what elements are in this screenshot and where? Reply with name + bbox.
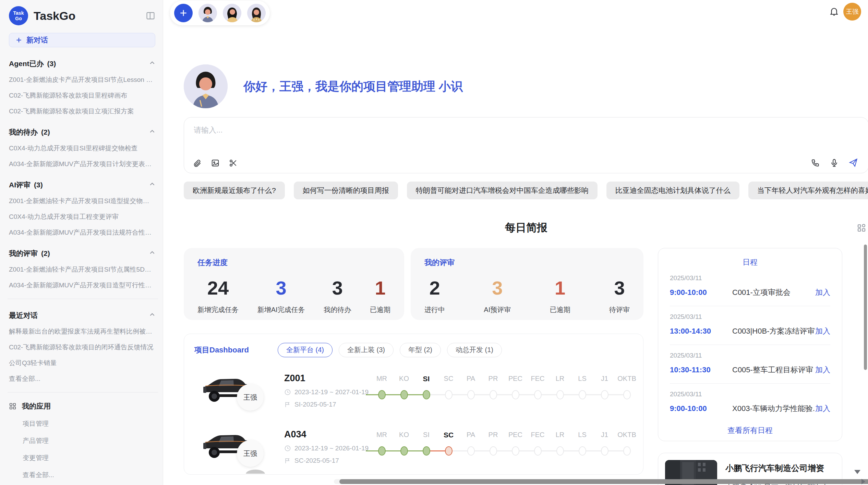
join-button[interactable]: 加入 bbox=[815, 403, 830, 414]
chevron-up-icon[interactable] bbox=[149, 249, 155, 258]
section-count: (3) bbox=[47, 60, 56, 68]
schedule-title: 日程 bbox=[670, 257, 830, 268]
list-item[interactable]: A034-全新新能源MUV产品开发项目计划变更表编写 bbox=[9, 160, 155, 169]
horizontal-scrollbar[interactable] bbox=[334, 479, 868, 484]
sidebar-item-my-apps[interactable]: 我的应用 bbox=[9, 401, 155, 411]
collapse-sidebar-icon[interactable] bbox=[146, 11, 155, 21]
horizontal-scrollbar-thumb[interactable] bbox=[339, 479, 868, 484]
chevron-up-icon[interactable] bbox=[149, 128, 155, 136]
milestone-dot bbox=[445, 390, 453, 399]
suggestion-chip[interactable]: 如何写一份清晰的项目周报 bbox=[294, 182, 398, 199]
milestone-dot bbox=[601, 390, 608, 399]
flag-icon bbox=[284, 457, 291, 464]
section-agent-done[interactable]: Agent已办 (3) bbox=[9, 59, 155, 69]
milestone-dot bbox=[623, 390, 631, 399]
paperclip-icon[interactable] bbox=[193, 159, 202, 167]
schedule-card: 日程 2025/03/11 9:00-10:00 C001-立项审批会 加入 2… bbox=[658, 248, 842, 441]
suggestion-chip[interactable]: 比亚迪全固态电池计划具体说了什么 bbox=[606, 182, 739, 199]
event-name: C003|H0B-方案冻结评审 bbox=[732, 326, 815, 336]
list-item[interactable]: Z001-全新燃油皮卡产品开发项目SI节点Lesson Learn报告 bbox=[9, 75, 155, 84]
event-time: 13:00-14:30 bbox=[670, 327, 732, 336]
schedule-event: 2025/03/11 10:30-11:30 C005-整车工程目标评审 加入 bbox=[670, 345, 830, 384]
suggestion-chip[interactable]: 当下年轻人对汽车外观有怎样的喜好趋势 bbox=[748, 182, 868, 199]
section-count: (3) bbox=[34, 181, 43, 189]
view-all-schedule-link[interactable]: 查看所有日程 bbox=[670, 425, 830, 436]
list-item[interactable]: Z001-全新燃油轻卡产品开发项目SI造型提交物评审 bbox=[9, 197, 155, 206]
join-button[interactable]: 加入 bbox=[815, 287, 830, 298]
milestone-dot bbox=[423, 390, 430, 399]
milestone-dot bbox=[601, 446, 608, 456]
tab-model-year[interactable]: 年型 (2) bbox=[400, 343, 441, 357]
list-item[interactable]: 解释最新出台的欧盟报废车法规再生塑料比例被调至15%... bbox=[9, 327, 155, 336]
stat-pending-review: 3 待评审 bbox=[609, 277, 630, 314]
scroll-right-arrow-icon[interactable] bbox=[861, 479, 865, 484]
list-item[interactable]: A034-全新新能源MUV产品开发项目法规符合性评审 bbox=[9, 228, 155, 237]
list-item[interactable]: C0X4-动力总成开发项目工程变更评审 bbox=[9, 212, 155, 221]
tab-new-body[interactable]: 全新上装 (3) bbox=[339, 343, 394, 357]
event-name: X003-车辆动力学性能验... bbox=[732, 403, 815, 414]
suggestion-chip[interactable]: 欧洲新规最近颁布了什么? bbox=[184, 182, 285, 199]
list-item[interactable]: 公司Q3轻卡销量 bbox=[9, 359, 155, 368]
event-date: 2025/03/11 bbox=[670, 390, 830, 398]
briefing-right-column: 日程 2025/03/11 9:00-10:00 C001-立项审批会 加入 2… bbox=[658, 248, 842, 485]
milestone-dot bbox=[623, 446, 631, 456]
chat-input[interactable] bbox=[194, 126, 659, 135]
section-my-review[interactable]: 我的评审 (2) bbox=[9, 249, 155, 258]
section-ai-review[interactable]: AI评审 (3) bbox=[9, 180, 155, 190]
send-icon[interactable] bbox=[848, 158, 858, 167]
app-root: Task Go TaskGo 新对话 Agent已办 (3) Z00 bbox=[0, 0, 868, 485]
project-row[interactable]: 王强 A034 2023-12-19 ~ 2026-01-19 bbox=[194, 424, 633, 470]
clock-icon bbox=[284, 389, 291, 396]
project-flag: SI-2025-05-17 bbox=[294, 401, 336, 408]
list-item[interactable]: Z001-全新燃油轻卡产品开发项目SI节点属性5D文件评审 bbox=[9, 265, 155, 274]
image-icon[interactable] bbox=[211, 159, 220, 167]
suggestion-chip[interactable]: 特朗普可能对进口汽车增税会对中国车企造成哪些影响 bbox=[407, 182, 598, 199]
app-title: TaskGo bbox=[34, 9, 146, 23]
microphone-icon[interactable] bbox=[830, 158, 839, 167]
stat-ai-prereview: 3 AI预评审 bbox=[484, 277, 511, 314]
chevron-up-icon[interactable] bbox=[149, 311, 155, 320]
assistant-hero: 你好，王强，我是你的项目管理助理 小识 bbox=[184, 64, 868, 108]
sidebar-item-product-mgmt[interactable]: 产品管理 bbox=[23, 436, 155, 445]
sidebar-item-project-mgmt[interactable]: 项目管理 bbox=[23, 419, 155, 428]
list-item[interactable]: C02-飞腾新能源轻客改款项目立项汇报方案 bbox=[9, 107, 155, 116]
chevron-up-icon[interactable] bbox=[149, 181, 155, 189]
project-code: A034 bbox=[284, 429, 371, 440]
list-item[interactable]: C0X4-动力总成开发项目SI里程碑提交物检查 bbox=[9, 144, 155, 153]
section-recent-chats[interactable]: 最近对话 bbox=[9, 311, 155, 320]
section-title: 我的待办 bbox=[9, 127, 38, 137]
tab-new-platform[interactable]: 全新平台 (4) bbox=[278, 343, 333, 357]
project-flag: SC-2025-05-17 bbox=[294, 457, 339, 464]
sidebar-item-change-mgmt[interactable]: 变更管理 bbox=[23, 453, 155, 462]
scroll-down-arrow-icon[interactable] bbox=[854, 470, 860, 474]
new-chat-button[interactable]: 新对话 bbox=[9, 33, 155, 47]
section-title: AI评审 bbox=[9, 180, 31, 190]
tab-powertrain[interactable]: 动总开发 (1) bbox=[447, 343, 502, 357]
view-all-apps[interactable]: 查看全部... bbox=[23, 471, 155, 480]
milestone-dot bbox=[378, 446, 386, 456]
layout-grid-icon[interactable] bbox=[856, 223, 867, 233]
stat-my-todo: 3 我的待办 bbox=[324, 277, 351, 314]
project-row-partial bbox=[194, 470, 633, 474]
milestone-dot bbox=[467, 390, 475, 399]
view-all-recent[interactable]: 查看全部... bbox=[9, 374, 155, 383]
project-dashboard-card: 项目Dashboard 全新平台 (4) 全新上装 (3) 年型 (2) 动总开… bbox=[184, 334, 643, 475]
scissors-icon[interactable] bbox=[229, 159, 238, 167]
sidebar-header: Task Go TaskGo bbox=[9, 6, 155, 25]
list-item[interactable]: C02-飞腾新能源轻客改款项目的闭环通告反馈情况 bbox=[9, 343, 155, 352]
phone-icon[interactable] bbox=[811, 158, 820, 167]
milestone-dot bbox=[400, 446, 408, 456]
flag-icon bbox=[284, 401, 291, 408]
project-row[interactable]: 王强 Z001 2023-12-19 ~ 2027-01-19 bbox=[194, 368, 633, 413]
project-info: A034 2023-12-19 ~ 2026-01-19 bbox=[284, 429, 371, 464]
list-item[interactable]: C02-飞腾新能源轻客改款项目里程碑画布 bbox=[9, 91, 155, 100]
vertical-scrollbar-thumb[interactable] bbox=[864, 245, 867, 370]
plus-icon bbox=[15, 37, 22, 43]
chevron-up-icon[interactable] bbox=[149, 60, 155, 68]
project-info: Z001 2023-12-19 ~ 2027-01-19 bbox=[284, 373, 371, 408]
join-button[interactable]: 加入 bbox=[815, 365, 830, 375]
event-date: 2025/03/11 bbox=[670, 352, 830, 359]
join-button[interactable]: 加入 bbox=[815, 326, 830, 336]
section-my-todo[interactable]: 我的待办 (2) bbox=[9, 127, 155, 137]
list-item[interactable]: A034-全新新能源MUV产品开发项目造型可行性评审 bbox=[9, 281, 155, 290]
